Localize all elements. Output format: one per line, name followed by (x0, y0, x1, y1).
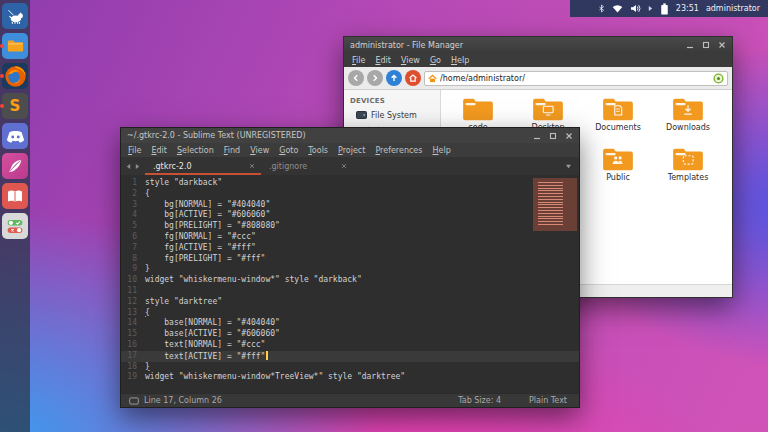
clock[interactable]: 23:51 (676, 4, 699, 13)
sublime-menu-file[interactable]: File (123, 146, 146, 155)
code-line[interactable]: 7 fg[ACTIVE] = "#fff" (121, 243, 579, 254)
forward-button[interactable] (367, 70, 383, 86)
file-manager-titlebar[interactable]: administrator - File Manager (344, 37, 732, 53)
file-manager-dock-icon[interactable] (2, 33, 28, 59)
file-manager-minimize-button[interactable] (686, 41, 694, 49)
file-manager-menu-edit[interactable]: Edit (370, 56, 396, 65)
line-number: 10 (121, 275, 145, 286)
tab-overflow-caret-icon[interactable] (565, 157, 579, 175)
folder-public[interactable]: Public (583, 144, 653, 194)
file-manager-menu-go[interactable]: Go (425, 56, 446, 65)
folder-downloads[interactable]: Downloads (653, 94, 723, 144)
sublime-menu-preferences[interactable]: Preferences (370, 146, 427, 155)
vintage-mode-icon (129, 397, 139, 405)
file-manager-menu-help[interactable]: Help (446, 56, 474, 65)
code-editor[interactable]: 1style "darkback"2{3 bg[NORMAL] = "#4040… (121, 175, 579, 393)
minimap-viewport[interactable] (533, 178, 577, 231)
code-line[interactable]: 8 fg[PRELIGHT] = "#fff" (121, 254, 579, 265)
code-line[interactable]: 15 base[ACTIVE] = "#606060" (121, 329, 579, 340)
minimap[interactable] (531, 175, 579, 393)
line-number: 3 (121, 200, 145, 211)
code-text: fg[NORMAL] = "#ccc" (145, 232, 256, 243)
folder-documents[interactable]: Documents (583, 94, 653, 144)
file-manager-close-button[interactable] (718, 41, 726, 49)
address-path[interactable]: /home/administrator/ (440, 74, 710, 83)
tab-label: .gtkrc-2.0 (153, 162, 245, 171)
tab-scroll-right-icon[interactable] (135, 163, 140, 170)
sublime-titlebar[interactable]: ~/.gtkrc-2.0 - Sublime Text (UNREGISTERE… (121, 128, 579, 143)
code-text: fg[PRELIGHT] = "#fff" (145, 254, 265, 265)
sublime-minimize-button[interactable] (533, 132, 541, 140)
sublime-menu-help[interactable]: Help (427, 146, 455, 155)
syntax-label[interactable]: Plain Text (529, 396, 567, 405)
battery-icon[interactable] (660, 3, 669, 15)
sublime-maximize-button[interactable] (549, 132, 557, 140)
code-line[interactable]: 19widget "whiskermenu-window*TreeView*" … (121, 372, 579, 383)
dictionary-dock-icon[interactable] (2, 183, 28, 209)
file-manager-menu-view[interactable]: View (396, 56, 425, 65)
folder-label: Downloads (666, 123, 710, 132)
sidebar-item-file-system[interactable]: File System (344, 108, 440, 122)
code-line[interactable]: 1style "darkback" (121, 178, 579, 189)
app-menu-dock-icon[interactable] (2, 3, 28, 29)
code-line[interactable]: 12style "darktree" (121, 297, 579, 308)
volume-icon[interactable] (630, 4, 641, 13)
code-line[interactable]: 9} (121, 264, 579, 275)
file-manager-menubar: FileEditViewGoHelp (344, 53, 732, 67)
code-line[interactable]: 13{ (121, 308, 579, 319)
tray-expand-icon[interactable] (648, 5, 653, 12)
code-line[interactable]: 11 (121, 286, 579, 297)
running-indicator (0, 104, 4, 108)
code-line[interactable]: 18} (121, 362, 579, 373)
code-text: } (145, 362, 150, 373)
firefox-dock-icon[interactable] (2, 63, 28, 89)
code-line[interactable]: 14 base[NORMAL] = "#404040" (121, 318, 579, 329)
sublime-menu-goto[interactable]: Goto (274, 146, 303, 155)
tab-scroll-left-icon[interactable] (126, 163, 131, 170)
bluetooth-icon[interactable] (598, 3, 605, 14)
code-line[interactable]: 5 bg[PRELIGHT] = "#808080" (121, 221, 579, 232)
address-bar[interactable]: /home/administrator/ (424, 71, 728, 86)
reload-icon[interactable] (713, 73, 724, 84)
line-number: 8 (121, 254, 145, 265)
code-text: } (145, 264, 150, 275)
file-manager-menu-file[interactable]: File (347, 56, 370, 65)
folder-icon (671, 96, 705, 122)
code-line[interactable]: 10widget "whiskermenu-window*" style "da… (121, 275, 579, 286)
wifi-icon[interactable] (612, 5, 623, 13)
tab-gitignore[interactable]: .gitignore (261, 157, 353, 175)
code-line[interactable]: 2{ (121, 189, 579, 200)
folder-templates[interactable]: Templates (653, 144, 723, 194)
code-line[interactable]: 3 bg[NORMAL] = "#404040" (121, 200, 579, 211)
sublime-menubar: FileEditSelectionFindViewGotoToolsProjec… (121, 143, 579, 157)
file-manager-maximize-button[interactable] (702, 41, 710, 49)
sublime-text-dock-icon[interactable]: S (2, 93, 28, 119)
home-button[interactable] (405, 70, 421, 86)
tab-close-icon[interactable] (341, 163, 347, 169)
line-number: 4 (121, 210, 145, 221)
feather-notes-dock-icon[interactable] (2, 153, 28, 179)
tab-size-label[interactable]: Tab Size: 4 (458, 396, 501, 405)
line-number: 14 (121, 318, 145, 329)
code-line[interactable]: 4 bg[ACTIVE] = "#606060" (121, 210, 579, 221)
code-line[interactable]: 17 text[ACTIVE] = "#fff" (121, 351, 579, 362)
code-line[interactable]: 6 fg[NORMAL] = "#ccc" (121, 232, 579, 243)
sublime-menu-edit[interactable]: Edit (146, 146, 172, 155)
tab-close-icon[interactable] (249, 163, 255, 169)
line-number: 9 (121, 264, 145, 275)
sublime-menu-project[interactable]: Project (333, 146, 370, 155)
sublime-menu-selection[interactable]: Selection (172, 146, 219, 155)
sublime-close-button[interactable] (565, 132, 573, 140)
code-line[interactable]: 16 text[NORMAL] = "#ccc" (121, 340, 579, 351)
settings-toggles-dock-icon[interactable] (2, 213, 28, 239)
sublime-menu-tools[interactable]: Tools (303, 146, 333, 155)
tab-gtkrc-2.0[interactable]: .gtkrc-2.0 (145, 157, 261, 175)
code-text: style "darkback" (145, 178, 222, 189)
sublime-menu-find[interactable]: Find (219, 146, 245, 155)
code-text: { (145, 308, 150, 319)
back-button[interactable] (348, 70, 364, 86)
discord-dock-icon[interactable] (2, 123, 28, 149)
code-text: base[ACTIVE] = "#606060" (145, 329, 280, 340)
up-button[interactable] (386, 70, 402, 86)
sublime-menu-view[interactable]: View (245, 146, 274, 155)
